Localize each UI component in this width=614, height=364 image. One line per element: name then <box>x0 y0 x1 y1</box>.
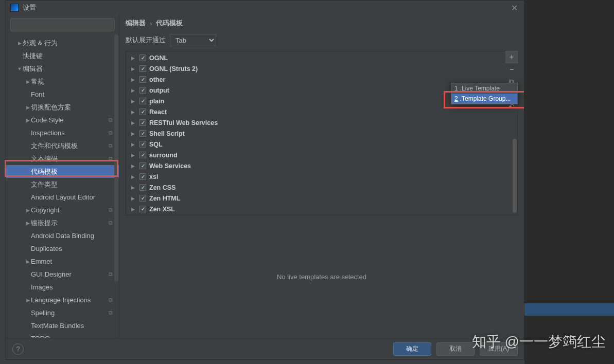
expand-arrow-icon[interactable]: ▶ <box>129 110 136 115</box>
expand-arrow-icon[interactable]: ▶ <box>129 142 136 147</box>
template-group[interactable]: ▶✓RESTful Web Services <box>126 117 512 128</box>
expand-arrow-icon[interactable]: ▶ <box>129 120 136 125</box>
expand-arrow-icon[interactable]: ▶ <box>129 56 136 61</box>
group-checkbox[interactable]: ✓ <box>139 184 146 191</box>
sidebar-item[interactable]: ▶Emmet <box>6 255 119 268</box>
sidebar-item[interactable]: ▶Copyright⧉ <box>6 204 119 216</box>
sidebar-item[interactable]: ▶镶嵌提示⧉ <box>6 216 119 229</box>
breadcrumb-editor[interactable]: 编辑器 <box>126 19 146 28</box>
sidebar-item[interactable]: ▼编辑器 <box>6 62 119 75</box>
sidebar-item[interactable]: GUI Designer⧉ <box>6 268 119 281</box>
sidebar-item-label: GUI Designer <box>31 270 109 278</box>
apply-button[interactable]: 应用(A) <box>480 342 518 356</box>
group-checkbox[interactable]: ✓ <box>139 87 146 94</box>
scope-badge-icon: ⧉ <box>109 142 113 149</box>
sidebar-item[interactable]: ▶Language Injections⧉ <box>6 294 119 306</box>
sidebar-item[interactable]: ▶Code Style⧉ <box>6 114 119 126</box>
group-label: Web Services <box>149 162 191 170</box>
close-icon[interactable]: ✕ <box>509 3 520 13</box>
group-checkbox[interactable]: ✓ <box>139 173 146 180</box>
group-checkbox[interactable]: ✓ <box>139 195 146 202</box>
group-label: xsl <box>149 173 158 180</box>
template-group[interactable]: ▶✓SQL <box>126 139 512 150</box>
template-group[interactable]: ▶✓OGNL (Struts 2) <box>126 63 512 74</box>
popup-item[interactable]: 1. Live Template <box>451 83 517 94</box>
sidebar-item[interactable]: 快捷键 <box>6 49 119 62</box>
sidebar-item[interactable]: 文件和代码模板⧉ <box>6 139 119 152</box>
add-button[interactable]: ＋ <box>505 51 518 63</box>
expand-arrow-icon[interactable]: ▶ <box>25 298 31 303</box>
template-group[interactable]: ▶✓Zen HTML <box>126 193 512 204</box>
sidebar-item[interactable]: Duplicates <box>6 242 119 255</box>
group-checkbox[interactable]: ✓ <box>139 130 146 137</box>
group-checkbox[interactable]: ✓ <box>139 65 146 72</box>
template-group[interactable]: ▶✓Web Services <box>126 160 512 171</box>
template-group[interactable]: ▶✓OGNL <box>126 52 512 63</box>
scope-badge-icon: ⧉ <box>109 207 113 213</box>
template-group[interactable]: ▶✓Zen XSL <box>126 204 512 214</box>
group-checkbox[interactable]: ✓ <box>139 152 146 158</box>
help-button[interactable]: ? <box>12 343 24 355</box>
group-checkbox[interactable]: ✓ <box>139 141 146 148</box>
sidebar-item[interactable]: Spelling⧉ <box>6 306 119 319</box>
expand-arrow-icon[interactable]: ▶ <box>129 131 136 136</box>
expand-arrow-icon[interactable]: ▶ <box>129 196 136 201</box>
expand-arrow-icon[interactable]: ▶ <box>129 99 136 104</box>
group-checkbox[interactable]: ✓ <box>139 76 146 83</box>
expand-arrow-icon[interactable]: ▶ <box>25 118 31 123</box>
sidebar-item[interactable]: ▶常规 <box>6 75 119 88</box>
group-checkbox[interactable]: ✓ <box>139 119 146 126</box>
sidebar-item[interactable]: ▶切换配色方案 <box>6 101 119 114</box>
expand-arrow-icon[interactable]: ▶ <box>25 259 31 264</box>
template-group[interactable]: ▶✓surround <box>126 150 512 160</box>
expand-arrow-icon[interactable]: ▶ <box>129 77 136 82</box>
expand-arrow-icon[interactable]: ▶ <box>25 208 31 213</box>
sidebar-item[interactable]: 文本编码⧉ <box>6 152 119 165</box>
group-checkbox[interactable]: ✓ <box>139 206 146 212</box>
cancel-button[interactable]: 取消 <box>436 342 475 356</box>
expand-arrow-icon[interactable]: ▶ <box>129 66 136 71</box>
template-group[interactable]: ▶✓xsl <box>126 171 512 182</box>
group-checkbox[interactable]: ✓ <box>139 54 146 61</box>
sidebar-item-label: 外观 & 行为 <box>23 39 116 48</box>
sidebar-item[interactable]: ▶外观 & 行为 <box>6 37 119 49</box>
sidebar-item[interactable]: 文件类型 <box>6 178 119 191</box>
sidebar-item[interactable]: Inspections⧉ <box>6 126 119 139</box>
ok-button[interactable]: 确定 <box>393 342 431 356</box>
popup-item[interactable]: 2. Template Group... <box>451 94 517 104</box>
expand-arrow-icon[interactable]: ▶ <box>25 105 31 110</box>
expand-arrow-icon[interactable]: ▶ <box>129 207 136 212</box>
expand-arrow-icon[interactable]: ▶ <box>129 185 136 190</box>
settings-tree[interactable]: ▶外观 & 行为快捷键▼编辑器▶常规Font▶切换配色方案▶Code Style… <box>6 34 119 338</box>
sidebar-item[interactable]: TextMate Bundles <box>6 319 119 332</box>
sidebar-item[interactable]: Android Data Binding <box>6 229 119 242</box>
group-checkbox[interactable]: ✓ <box>139 108 146 115</box>
remove-button[interactable]: − <box>505 63 518 76</box>
template-group-list[interactable]: ▶✓OGNL▶✓OGNL (Struts 2)▶✓other▶✓output▶✓… <box>126 51 512 215</box>
expand-arrow-icon[interactable]: ▶ <box>25 79 31 84</box>
sidebar-item[interactable]: TODO <box>6 332 119 338</box>
search-input[interactable] <box>10 18 115 31</box>
expand-arrow-icon[interactable]: ▶ <box>129 88 136 93</box>
expand-arrow-icon[interactable]: ▶ <box>16 41 23 46</box>
tree-scrollbar[interactable] <box>114 34 118 281</box>
expand-arrow-icon[interactable]: ▶ <box>129 153 136 158</box>
sidebar-item[interactable]: Android Layout Editor <box>6 191 119 204</box>
sidebar-item[interactable]: Font <box>6 88 119 101</box>
expand-arrow-icon[interactable]: ▶ <box>129 163 136 169</box>
scope-badge-icon: ⧉ <box>109 297 113 303</box>
sidebar-item[interactable]: Images <box>6 281 119 294</box>
expand-with-row: 默认展开通过 Tab <box>119 31 524 49</box>
expand-with-select[interactable]: Tab <box>170 34 216 46</box>
template-group[interactable]: ▶✓Zen CSS <box>126 182 512 193</box>
sidebar-item[interactable]: 代码模板 <box>6 165 119 178</box>
template-group[interactable]: ▶✓React <box>126 106 512 117</box>
sidebar-item-label: TODO <box>31 335 116 338</box>
expand-arrow-icon[interactable]: ▶ <box>129 174 136 179</box>
group-checkbox[interactable]: ✓ <box>139 98 146 104</box>
expand-arrow-icon[interactable]: ▶ <box>25 221 31 226</box>
expand-arrow-icon[interactable]: ▼ <box>16 66 23 71</box>
sidebar-item-label: Duplicates <box>31 245 116 252</box>
group-checkbox[interactable]: ✓ <box>139 162 146 169</box>
template-group[interactable]: ▶✓Shell Script <box>126 128 512 139</box>
